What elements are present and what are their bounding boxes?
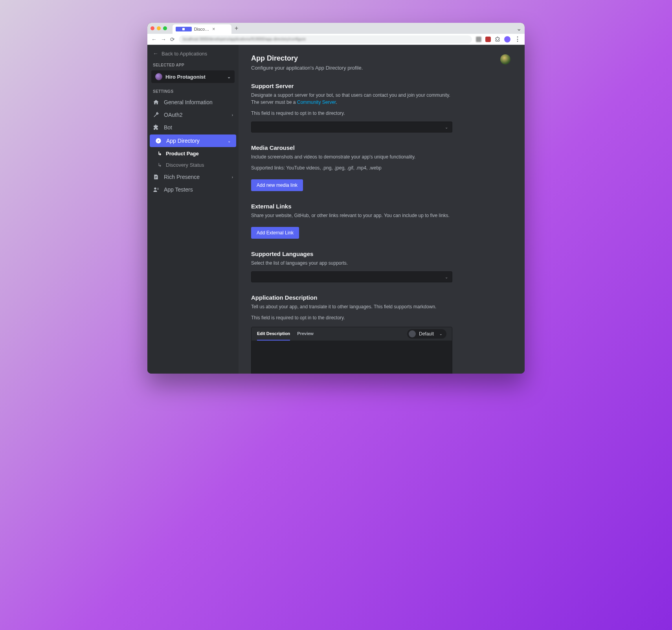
minimize-window-icon[interactable] — [157, 26, 161, 30]
globe-icon — [409, 330, 416, 337]
chevron-down-icon: ⌄ — [228, 139, 231, 143]
section-description: Designate a support server for your bot,… — [251, 92, 452, 106]
discord-favicon-icon — [176, 27, 192, 31]
sidebar-item-label: Bot — [164, 124, 172, 131]
section-heading: External Links — [251, 203, 452, 210]
section-heading: Application Description — [251, 294, 452, 301]
description-editor: Edit Description Preview Default ⌄ — [251, 327, 452, 374]
puzzle-icon — [153, 124, 159, 131]
required-note: This field is required to opt in to the … — [251, 314, 452, 321]
settings-nav: General Information OAuth2 › Bot — [147, 96, 239, 200]
chevron-down-icon: ⌄ — [445, 125, 448, 129]
sidebar-item-label: Product Page — [166, 151, 199, 157]
tab-title: Discord Developer Portal — My… — [194, 27, 210, 31]
new-tab-button[interactable]: + — [235, 25, 238, 32]
extension-icon[interactable] — [485, 37, 491, 42]
tabs-dropdown-icon[interactable]: ⌄ — [516, 25, 521, 32]
sidebar-subitem-discovery-status[interactable]: ↳ Discovery Status — [147, 159, 239, 171]
sidebar-item-label: App Directory — [166, 138, 200, 144]
supported-languages-select[interactable]: ⌄ — [251, 271, 452, 282]
url-text: localhost:3000/developers/applications/9… — [183, 37, 306, 41]
sidebar: ← Back to Applications Selected App Hiro… — [147, 45, 239, 374]
window-controls — [151, 26, 167, 30]
add-media-link-button[interactable]: Add new media link — [251, 179, 303, 191]
selected-app-heading: Selected App — [147, 61, 239, 70]
subitem-arrow-icon: ↳ — [158, 151, 162, 157]
sidebar-item-rich-presence[interactable]: Rich Presence › — [147, 171, 239, 183]
section-description: Tell us about your app, and translate it… — [251, 303, 452, 310]
support-server-section: Support Server Designate a support serve… — [251, 83, 452, 133]
svg-point-1 — [154, 188, 156, 190]
user-avatar[interactable] — [500, 54, 510, 64]
add-external-link-button[interactable]: Add External Link — [251, 227, 299, 239]
section-heading: Supported Languages — [251, 251, 452, 257]
section-heading: Support Server — [251, 83, 452, 89]
chevron-right-icon: › — [232, 113, 233, 117]
compass-icon — [155, 138, 162, 144]
back-label: Back to Applications — [162, 51, 207, 57]
wrench-icon — [153, 112, 159, 118]
description-tabs: Edit Description Preview Default ⌄ — [252, 327, 452, 341]
back-icon[interactable]: ← — [151, 36, 157, 42]
zoom-window-icon[interactable] — [163, 26, 167, 30]
sidebar-item-label: General Information — [164, 99, 213, 105]
settings-heading: Settings — [147, 87, 239, 96]
browser-toolbar: ← → ⟳ localhost:3000/developers/applicat… — [147, 34, 525, 45]
page-title: App Directory — [251, 54, 363, 63]
media-carousel-section: Media Carousel Include screenshots and v… — [251, 144, 452, 191]
description-language-picker[interactable]: Default ⌄ — [407, 329, 446, 339]
required-note: This field is required to opt in to the … — [251, 110, 452, 117]
chevron-down-icon: ⌄ — [227, 74, 231, 79]
sidebar-subitem-product-page[interactable]: ↳ Product Page — [147, 148, 239, 159]
sidebar-item-oauth2[interactable]: OAuth2 › — [147, 109, 239, 121]
extension-icon[interactable] — [476, 37, 481, 42]
forward-icon[interactable]: → — [161, 36, 166, 42]
app-avatar-icon — [155, 73, 162, 80]
document-icon — [153, 174, 159, 180]
supported-languages-section: Supported Languages Select the list of l… — [251, 251, 452, 282]
description-textarea[interactable] — [252, 341, 452, 374]
selected-app-name: Hiro Protagonist — [165, 74, 206, 80]
reload-icon[interactable]: ⟳ — [170, 36, 175, 42]
section-description: Select the list of languages your app su… — [251, 260, 452, 267]
arrow-left-icon: ← — [153, 50, 158, 57]
main-content: App Directory Configure your application… — [239, 45, 525, 374]
page-header: App Directory Configure your application… — [251, 54, 510, 71]
tabstrip: Discord Developer Portal — My… × + ⌄ — [147, 23, 525, 34]
back-to-applications-link[interactable]: ← Back to Applications — [147, 45, 239, 61]
browser-tab[interactable]: Discord Developer Portal — My… × — [173, 24, 231, 34]
application-description-section: Application Description Tell us about yo… — [251, 294, 452, 374]
sidebar-item-label: App Testers — [164, 186, 193, 193]
external-links-section: External Links Share your website, GitHu… — [251, 203, 452, 239]
sidebar-item-label: Discovery Status — [166, 162, 204, 168]
close-tab-icon[interactable]: × — [212, 26, 228, 32]
discord-dev-portal: ← Back to Applications Selected App Hiro… — [147, 45, 525, 374]
person-icon — [153, 186, 159, 193]
extensions-menu-icon[interactable] — [495, 37, 500, 42]
house-icon — [153, 99, 159, 105]
sidebar-item-app-directory[interactable]: App Directory ⌄ — [150, 134, 236, 147]
subitem-arrow-icon: ↳ — [158, 162, 162, 168]
selected-app-picker[interactable]: Hiro Protagonist ⌄ — [151, 70, 235, 83]
sidebar-item-label: Rich Presence — [164, 174, 200, 180]
section-description: Share your website, GitHub, or other lin… — [251, 212, 452, 219]
support-server-select[interactable]: ⌄ — [251, 122, 452, 133]
profile-avatar-icon[interactable] — [504, 36, 510, 42]
tab-preview[interactable]: Preview — [297, 327, 314, 341]
chevron-down-icon: ⌄ — [439, 332, 442, 336]
sidebar-item-app-testers[interactable]: App Testers — [147, 183, 239, 196]
sidebar-item-bot[interactable]: Bot — [147, 121, 239, 134]
section-description: Include screenshots and videos to demons… — [251, 153, 452, 160]
sidebar-item-general-information[interactable]: General Information — [147, 96, 239, 109]
url-bar[interactable]: localhost:3000/developers/applications/9… — [179, 35, 472, 43]
browser-window: Discord Developer Portal — My… × + ⌄ ← →… — [147, 23, 525, 374]
community-server-link[interactable]: Community Server — [297, 99, 336, 105]
page-subtitle: Configure your application's App Directo… — [251, 65, 363, 71]
selected-language: Default — [419, 331, 434, 337]
kebab-menu-icon[interactable]: ⋮ — [514, 35, 521, 43]
chevron-right-icon: › — [232, 175, 233, 179]
tab-edit-description[interactable]: Edit Description — [257, 327, 290, 341]
section-heading: Media Carousel — [251, 144, 452, 151]
supported-links-note: Supported links: YouTube videos, .png, .… — [251, 164, 452, 171]
close-window-icon[interactable] — [151, 26, 154, 30]
